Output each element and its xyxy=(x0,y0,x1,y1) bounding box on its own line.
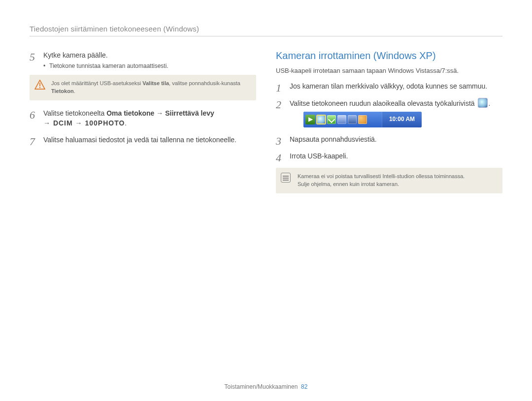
safely-remove-hardware-icon xyxy=(478,98,488,108)
right-step-1: Jos kameran tilan merkkivalo välkkyy, od… xyxy=(276,81,502,91)
footer-section: Toistaminen/Muokkaaminen xyxy=(225,383,298,390)
left-steps: Kytke kamera päälle. Tietokone tunnistaa… xyxy=(30,50,256,145)
note-line1: Kameraa ei voi poistaa turvallisesti Int… xyxy=(298,173,465,179)
warning-icon xyxy=(34,80,45,90)
right-intro: USB-kaapeli irrotetaan samaan tapaan Win… xyxy=(276,66,502,75)
right-section-title: Kameran irrottaminen (Windows XP) xyxy=(276,50,502,62)
warning-mid: , valitse ponnahdusik-kunasta xyxy=(169,80,240,86)
step-5: Kytke kamera päälle. Tietokone tunnistaa… xyxy=(30,50,256,100)
step-5-text: Kytke kamera päälle. xyxy=(43,51,108,59)
svg-point-2 xyxy=(39,87,40,88)
step-6-bold4: 100PHOTO xyxy=(85,119,125,127)
note-icon xyxy=(281,173,291,183)
step-6-bold3: DCIM xyxy=(53,119,73,127)
display-tray-icon xyxy=(348,115,357,124)
right-step-4: Irrota USB-kaapeli. xyxy=(276,151,502,161)
right-steps: Jos kameran tilan merkkivalo välkkyy, od… xyxy=(276,81,502,161)
right-column: Kameran irrottaminen (Windows XP) USB-ka… xyxy=(276,50,502,201)
step-6: Valitse tietokoneelta Oma tietokone → Si… xyxy=(30,108,256,128)
right-step-3-text: Napsauta ponnahdusviestiä. xyxy=(290,135,377,143)
step-6-arrow2: → xyxy=(73,119,85,127)
step-6-period: . xyxy=(125,119,127,127)
left-column: Kytke kamera päälle. Tietokone tunnistaa… xyxy=(30,50,256,201)
right-step-3: Napsauta ponnahdusviestiä. xyxy=(276,134,502,144)
step-7-text: Valitse haluamasi tiedostot ja vedä tai … xyxy=(43,136,236,144)
taskbar-clock: 10:00 AM xyxy=(382,112,422,127)
footer-page-number: 82 xyxy=(301,383,307,390)
warning-bold2: Tietokon xyxy=(51,88,74,94)
step-6-arrow1: → xyxy=(154,109,165,117)
right-step-1-text: Jos kameran tilan merkkivalo välkkyy, od… xyxy=(290,82,487,90)
warning-post: . xyxy=(74,88,75,94)
shield-tray-icon xyxy=(327,115,336,124)
warning-text-pre: Jos olet määrittänyt USB-asetukseksi xyxy=(51,80,142,86)
step-6-line2-arrow1: → xyxy=(43,119,53,127)
info-note-box: Kameraa ei voi poistaa turvallisesti Int… xyxy=(276,168,502,193)
step-6-bold2: Siirrettävä levy xyxy=(165,109,214,117)
start-button-icon: ▶ xyxy=(305,115,315,124)
step-5-sub: Tietokone tunnistaa kameran automaattise… xyxy=(43,62,256,70)
network-tray-icon xyxy=(337,115,346,124)
warning-bold1: Valitse tila xyxy=(142,80,169,86)
volume-tray-icon xyxy=(358,115,367,124)
right-step-2-text-b: . xyxy=(489,99,491,107)
taskbar-tray: ▶ xyxy=(303,112,382,127)
right-step-2-text-a: Valitse tietokoneen ruudun alaoikealla o… xyxy=(290,99,477,107)
step-6-bold1: Oma tietokone xyxy=(106,109,154,117)
right-step-2: Valitse tietokoneen ruudun alaoikealla o… xyxy=(276,98,502,127)
page-header: Tiedostojen siirtäminen tietokoneeseen (… xyxy=(30,25,502,36)
note-line2: Sulje ohjelma, ennen kuin irrotat kamera… xyxy=(298,181,399,187)
page-footer: Toistaminen/Muokkaaminen 82 xyxy=(0,383,532,390)
warning-box: Jos olet määrittänyt USB-asetukseksi Val… xyxy=(30,75,256,100)
taskbar-illustration: ▶ 10:00 AM xyxy=(303,112,422,127)
right-step-4-text: Irrota USB-kaapeli. xyxy=(290,152,348,160)
step-7: Valitse haluamasi tiedostot ja vedä tai … xyxy=(30,135,256,145)
step-6-pre: Valitse tietokoneelta xyxy=(43,109,106,117)
safely-remove-hardware-tray-icon xyxy=(317,115,326,124)
